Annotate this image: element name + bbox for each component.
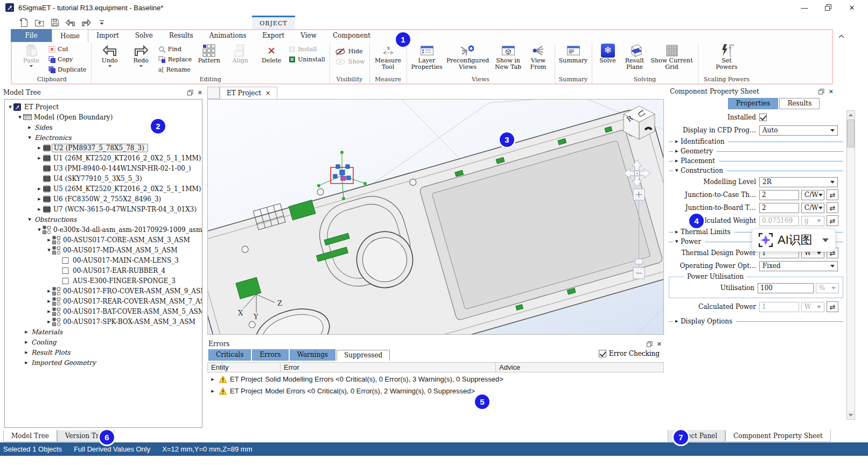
close-panel-icon[interactable]: ✕ [198,89,202,96]
result-plane-button[interactable]: Result Plane [621,43,649,75]
expander-icon[interactable]: ▼ [36,228,43,232]
solve-button[interactable]: ❄ Solve [595,43,621,75]
operating-power-select[interactable]: Fixed [759,261,838,271]
column-advice[interactable]: Advice [496,363,663,372]
undo-button[interactable]: Undo [94,43,125,75]
tab-results[interactable]: Results [161,29,201,42]
new-project-button[interactable] [18,17,29,28]
undo-quick-button[interactable] [65,17,76,28]
tree-item[interactable]: ▶U7 (WCN-3615-0-47WLNSP-TR-04_3_01X3) [5,204,202,214]
expander-icon[interactable]: ▼ [7,105,13,109]
paste-button[interactable]: Paste [16,43,47,75]
error-row[interactable]: ▶ ET ProjectModel Errors <0 Critical(s),… [207,386,664,396]
pattern-button[interactable]: Pattern [193,43,225,75]
viewport-3d-canvas[interactable]: U R X Y Z [207,99,664,335]
column-error[interactable]: Error [281,363,496,372]
show-current-grid-button[interactable]: Show Current Grid [649,43,695,75]
ai-recognition-overlay-button[interactable]: AI识图 [752,228,836,252]
tree-item[interactable]: ▶Cooling [5,337,202,347]
tab-file[interactable]: File [11,29,52,42]
installed-checkbox[interactable] [759,114,767,121]
collapse-ribbon-button[interactable] [836,32,846,40]
tab-results[interactable]: Results [779,98,820,109]
junction-board-swap-button[interactable]: ⇄ [827,202,838,213]
minimize-button[interactable]: — [793,0,816,15]
expander-icon[interactable]: ▶ [209,377,216,382]
expander-icon[interactable]: ▼ [46,248,52,252]
replace-button[interactable]: Replace [157,54,194,65]
install-button[interactable]: Install [287,44,327,54]
tree-item[interactable]: ▶00-AUS017-FRO-COVER-ASM_ASM_9_ASM [5,286,202,296]
expander-icon[interactable]: ▶ [209,389,216,393]
open-button[interactable] [34,17,45,28]
tab-model-tree[interactable]: Model Tree [3,430,57,442]
align-button[interactable]: Align [225,43,256,75]
expander-icon[interactable]: ▼ [26,136,33,140]
tree-item[interactable]: ▶00-AUS017-SPK-BOX-ASM_ASM_3_ASM [5,316,202,327]
tree-item[interactable]: 00-AUS017-EAR-RUBBER_4 [5,265,202,276]
section-placement[interactable]: ▶Placement [669,156,843,166]
view-from-button[interactable]: View From [525,43,552,75]
expander-icon[interactable]: ▶ [36,207,43,212]
expander-icon[interactable]: ▶ [36,156,43,160]
redo-quick-button[interactable] [81,17,92,28]
tab-warnings[interactable]: Warnings [290,349,335,361]
scroll-down-button[interactable] [847,411,855,419]
tab-view[interactable]: View [292,29,325,42]
tree-item[interactable]: 00-AUS017-MAIN-CAM-LENS_3 [5,255,202,265]
expander-icon[interactable]: ▶ [23,330,30,334]
duplicate-button[interactable]: Duplicate [47,65,88,75]
expander-icon[interactable]: ▶ [23,350,30,355]
tree-item[interactable]: ▶00-AUS017-REAR-COVER-ASM_ASM_7_ASM [5,296,202,306]
cut-button[interactable]: Cut [47,44,88,54]
copy-button[interactable]: Copy [47,54,88,65]
tree-item[interactable]: ▶Sides [5,122,202,132]
tree-item[interactable]: ▼Obstructions [5,214,202,224]
layer-properties-button[interactable]: Layer Properties [410,43,444,75]
viewport-tab[interactable]: ET Project✕ [220,87,277,99]
float-panel-icon[interactable] [187,90,193,96]
expander-icon[interactable]: ▶ [46,299,52,304]
tab-properties[interactable]: Properties [728,98,778,109]
expander-icon[interactable]: ▶ [23,340,30,344]
junction-case-swap-button[interactable]: ⇄ [827,189,838,200]
redo-button[interactable]: Redo [125,43,157,75]
show-in-new-tab-button[interactable]: Show in New Tab [492,43,525,75]
tree-item-selected[interactable]: ▶U2 (PM8937_5_78X5_78_3) [5,143,202,153]
section-display-options[interactable]: ▶Display Options [669,316,843,326]
junction-case-unit-select[interactable]: C/W [801,190,824,200]
tree-item[interactable]: AUS-E300-FINGER-SPONGE_3 [5,276,202,286]
show-button[interactable]: Show [333,57,367,67]
display-cfd-select[interactable]: Auto [759,125,838,136]
measure-tool-button[interactable]: x Measure Tool [373,43,404,75]
tree-item[interactable]: ▶Result Plots [5,347,202,357]
tab-home[interactable]: Home [52,29,88,42]
tab-component-property-sheet[interactable]: Component Property Sheet [725,430,831,442]
close-property-icon[interactable]: ✕ [829,88,834,95]
tab-errors[interactable]: Errors [252,349,288,361]
tree-item[interactable]: U4 (SKY77910_5_3X5_5_3) [5,173,202,184]
expander-icon[interactable]: ▶ [23,361,30,365]
section-construction[interactable]: ▼Construction [669,166,843,175]
calculated-power-swap-button[interactable]: ⇄ [827,301,838,312]
expander-icon[interactable]: ▶ [46,320,52,324]
phone-model[interactable] [208,100,663,334]
utilisation-input[interactable]: 100 [758,283,814,293]
tree-item[interactable]: ▼00-AUS017-MD-ASM_ASM_5_ASM [5,245,202,255]
expander-icon[interactable]: ▶ [36,187,43,191]
tree-item[interactable]: ▼Model (Open Boundary) [5,112,202,122]
summary-button[interactable]: Summary [558,43,589,75]
hide-button[interactable]: Hide [333,46,367,57]
tab-export[interactable]: Export [254,29,292,42]
customize-toolbar-button[interactable] [96,17,107,28]
set-powers-button[interactable]: 1000 Set Powers [711,43,743,75]
scroll-up-button[interactable] [847,111,855,119]
tree-item[interactable]: ▶Imported Geometry [5,357,202,368]
tab-criticals[interactable]: Criticals [208,349,251,361]
tab-solve[interactable]: Solve [127,29,161,42]
save-button[interactable] [50,17,60,28]
delete-button[interactable]: ✕ Delete [256,43,287,75]
tree-item[interactable]: ▶U1 (26M_KT2520_KT2016_2_0X2_5_1_1MM) [5,153,202,163]
expander-icon[interactable]: ▶ [46,309,52,314]
tree-item[interactable]: U3 (PMI-8940-0-144WLNSP-HR-02-1-00_) [5,163,202,173]
